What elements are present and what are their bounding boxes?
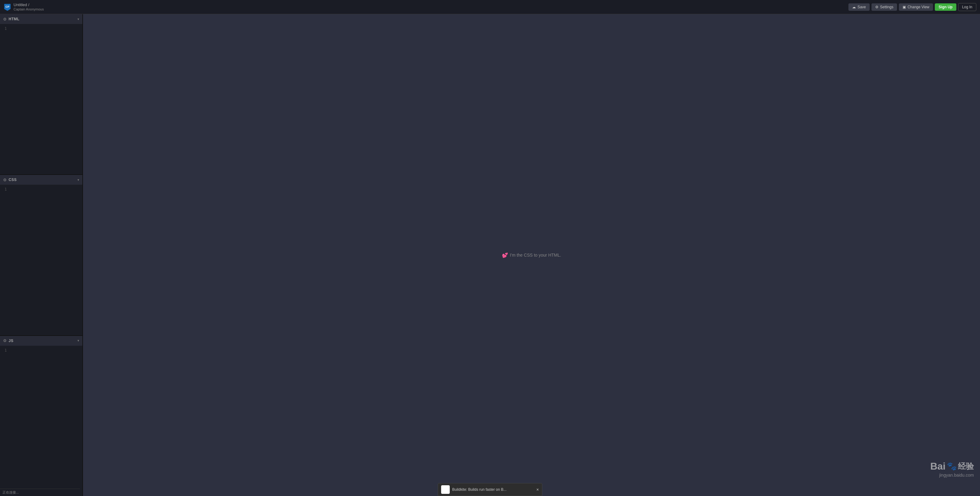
editors-panel: ⚙ HTML ▾ 1 ⚙ CSS ▾ 1 — [0, 14, 83, 496]
js-editor-section: ⚙ JS ▾ 1 — [0, 336, 83, 496]
save-label: Save — [858, 5, 865, 9]
signup-label: Sign Up — [939, 5, 952, 9]
css-header-left: ⚙ CSS — [3, 178, 17, 182]
js-header-left: ⚙ JS — [3, 339, 14, 343]
settings-label: Settings — [880, 5, 893, 9]
baidu-jingyan-text: 经验 — [958, 461, 974, 472]
preview-placeholder-text: I'm the CSS to your HTML. — [510, 253, 561, 258]
preview-panel: 💕 I'm the CSS to your HTML. Bai 🐾 经验 jin… — [83, 14, 980, 496]
baidu-paw-icon: 🐾 — [947, 462, 957, 471]
html-chevron-icon[interactable]: ▾ — [78, 17, 79, 21]
login-label: Log In — [962, 5, 972, 9]
html-header-left: ⚙ HTML — [3, 17, 19, 22]
change-view-button[interactable]: ▣ Change View — [899, 3, 933, 11]
signup-button[interactable]: Sign Up — [935, 3, 956, 11]
header-right: ☁ Save ⚙ Settings ▣ Change View Sign Up … — [848, 3, 976, 11]
header-left: CP Untitled / Captain Anonymous — [4, 2, 848, 11]
notification-bar: Buildkite: Builds run faster on B... × — [438, 483, 542, 496]
change-view-icon: ▣ — [902, 5, 906, 9]
user-name: Captain Anonymous — [14, 7, 44, 11]
html-label: HTML — [9, 17, 19, 21]
logo-icon: CP — [4, 3, 11, 11]
css-line-numbers: 1 — [0, 187, 9, 191]
baidu-url: jingyan.baidu.com — [930, 473, 974, 478]
css-chevron-icon[interactable]: ▾ — [78, 178, 79, 182]
settings-button[interactable]: ⚙ Settings — [872, 3, 897, 11]
svg-text:CP: CP — [6, 5, 10, 8]
html-editor-body[interactable]: 1 — [0, 24, 83, 174]
save-cloud-icon: ☁ — [852, 5, 856, 9]
html-settings-icon[interactable]: ⚙ — [3, 17, 7, 22]
main-layout: ⚙ HTML ▾ 1 ⚙ CSS ▾ 1 — [0, 14, 980, 496]
html-editor-header: ⚙ HTML ▾ — [0, 14, 83, 24]
js-line-numbers: 1 — [0, 348, 9, 353]
js-settings-icon[interactable]: ⚙ — [3, 339, 7, 343]
pen-title: Untitled / — [14, 2, 44, 7]
notification-brand-icon — [441, 485, 450, 494]
login-button[interactable]: Log In — [958, 3, 976, 11]
html-line-numbers: 1 — [0, 26, 9, 31]
heart-icon: 💕 — [502, 252, 508, 258]
js-label: JS — [9, 339, 14, 343]
css-settings-icon[interactable]: ⚙ — [3, 178, 7, 182]
preview-placeholder: 💕 I'm the CSS to your HTML. — [502, 252, 561, 258]
change-view-label: Change View — [907, 5, 929, 9]
css-editor-body[interactable]: 1 — [0, 185, 83, 335]
status-text: 正在连接... — [2, 490, 19, 495]
baidu-watermark: Bai 🐾 经验 jingyan.baidu.com — [930, 461, 974, 478]
css-editor-header: ⚙ CSS ▾ — [0, 175, 83, 185]
js-editor-header: ⚙ JS ▾ — [0, 336, 83, 346]
baidu-bai-text: Bai — [930, 461, 946, 472]
settings-gear-icon: ⚙ — [875, 5, 878, 9]
save-button[interactable]: ☁ Save — [848, 3, 869, 11]
notification-text: Buildkite: Builds run faster on B... — [452, 487, 507, 492]
header: CP Untitled / Captain Anonymous ☁ Save ⚙… — [0, 0, 980, 14]
css-editor-section: ⚙ CSS ▾ 1 — [0, 175, 83, 335]
js-editor-body[interactable]: 1 — [0, 346, 83, 496]
css-label: CSS — [9, 178, 17, 182]
notification-close-button[interactable]: × — [536, 487, 539, 492]
html-editor-section: ⚙ HTML ▾ 1 — [0, 14, 83, 175]
js-chevron-icon[interactable]: ▾ — [78, 339, 79, 343]
status-bar: 正在连接... — [0, 489, 80, 496]
header-titles: Untitled / Captain Anonymous — [14, 2, 44, 11]
